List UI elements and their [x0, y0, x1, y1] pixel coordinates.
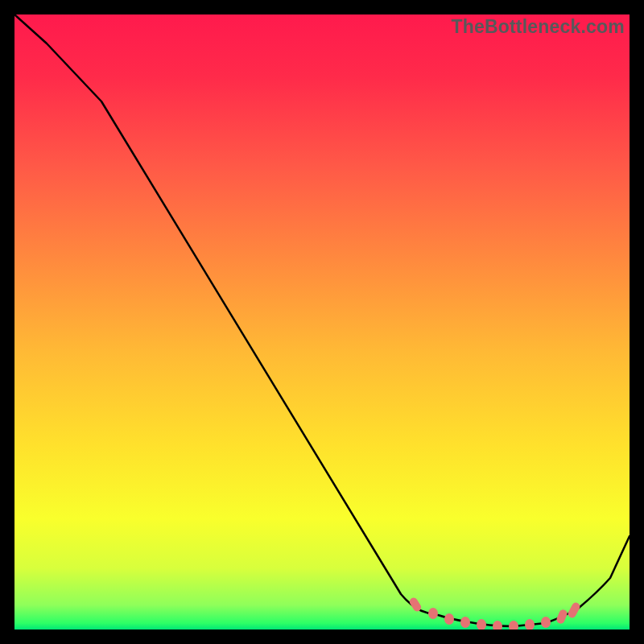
dot — [493, 621, 502, 630]
dot — [460, 617, 470, 628]
dot — [555, 609, 568, 625]
dot — [525, 619, 535, 630]
chart-frame: TheBottleneck.com — [0, 0, 644, 644]
bottleneck-curve — [14, 14, 630, 626]
dot — [541, 617, 551, 628]
dot — [428, 608, 438, 619]
dot — [567, 601, 581, 619]
dot — [477, 619, 486, 630]
chart-svg — [14, 14, 630, 630]
plot-area: TheBottleneck.com — [14, 14, 630, 630]
highlight-dots — [408, 597, 581, 630]
dot — [444, 613, 454, 625]
dot — [509, 621, 518, 630]
